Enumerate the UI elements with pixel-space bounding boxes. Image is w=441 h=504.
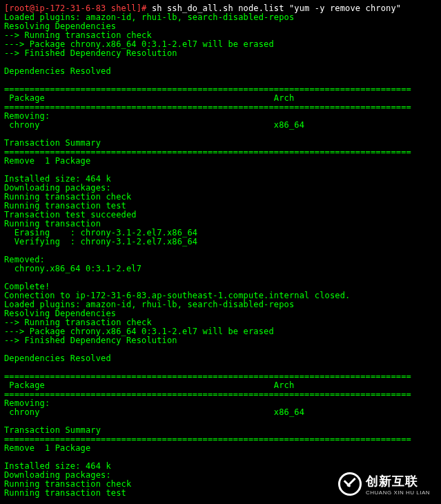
shell-command: sh ssh_do_all.sh node.list "yum -y remov… [152,3,401,13]
terminal-output[interactable]: [root@ip-172-31-6-83 shell]# sh ssh_do_a… [0,0,441,502]
pkg-row-1: chrony x86_64 [4,120,304,130]
hr-top-2: ========================================… [4,371,411,381]
hr-top-1: ========================================… [4,84,411,94]
pkg-header-1: Package Arch [4,93,294,103]
out-block-1: Loaded plugins: amazon-id, rhui-lb, sear… [4,12,294,76]
out-block-3: Installed size: 464 k Downloading packag… [4,461,131,498]
removing-label-1: Removing: [4,111,50,121]
hr-mid-1: ========================================… [4,102,411,112]
hr-bot-1: ========================================… [4,147,411,157]
pkg-header-2: Package Arch [4,380,294,390]
shell-prompt: [root@ip-172-31-6-83 shell]# [4,3,152,13]
hr-bot-2: ========================================… [4,434,411,444]
trans-summary-1: Transaction Summary [4,138,101,148]
pkg-row-2: chrony x86_64 [4,407,304,417]
hr-mid-2: ========================================… [4,389,411,399]
out-block-2: Installed size: 464 k Downloading packag… [4,174,350,363]
remove-pkg-1: Remove 1 Package [4,156,90,166]
removing-label-2: Removing: [4,398,50,408]
remove-pkg-2: Remove 1 Package [4,443,90,453]
trans-summary-2: Transaction Summary [4,425,101,435]
